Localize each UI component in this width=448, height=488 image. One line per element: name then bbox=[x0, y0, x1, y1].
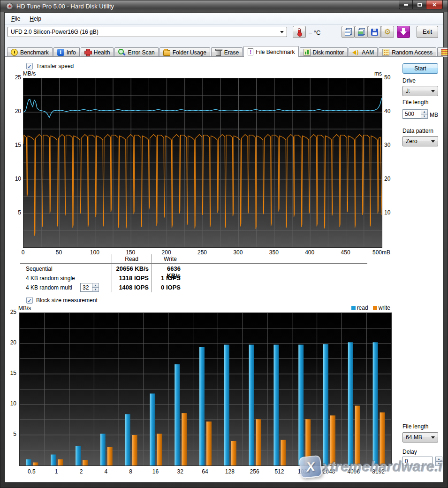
toolbar: UFD 2.0 Silicon-Power16G (16 gB) – °C Ex… bbox=[5, 25, 443, 45]
tab-disk-monitor[interactable]: Disk monitor bbox=[300, 47, 348, 57]
tab-random-access[interactable]: Random Access bbox=[379, 47, 436, 57]
tab-label: Benchmark bbox=[20, 49, 49, 56]
thermometer-icon bbox=[298, 28, 301, 36]
temperature-button[interactable] bbox=[293, 26, 306, 38]
chart2-y-tick: 10 bbox=[5, 400, 16, 407]
chart2-x-tick: 128 bbox=[216, 468, 244, 475]
tab-label: File Benchmark bbox=[256, 49, 295, 55]
tab-benchmark[interactable]: Benchmark bbox=[7, 47, 53, 57]
tab-extra-tests[interactable]: Extra tests bbox=[437, 47, 448, 57]
delay-input[interactable] bbox=[402, 457, 433, 466]
chevron-down-icon bbox=[431, 436, 435, 439]
file-length-input[interactable] bbox=[402, 109, 421, 119]
spin-down-icon[interactable]: ▼ bbox=[435, 461, 442, 466]
tab-erase[interactable]: Erase bbox=[211, 47, 243, 57]
chart1-left-unit: MB/s bbox=[23, 70, 36, 77]
file-length-spin-arrows: ▲ ▼ bbox=[421, 109, 428, 119]
tab-health[interactable]: Health bbox=[81, 47, 114, 57]
exit-button[interactable]: Exit bbox=[417, 26, 438, 38]
file-length-unit: MB bbox=[430, 112, 438, 118]
chart2-x-tick: 8 bbox=[117, 468, 145, 475]
file-length-spinner: ▲ ▼ bbox=[402, 109, 428, 119]
results-header-write: Write bbox=[152, 256, 189, 262]
chevron-down-icon bbox=[431, 90, 435, 92]
drive-selector-value: J: bbox=[406, 88, 410, 94]
menu-item-file[interactable]: File bbox=[7, 14, 25, 24]
tab-label: Erase bbox=[224, 49, 239, 56]
chart2-x-tick: 1 bbox=[42, 468, 70, 475]
copy-text-button[interactable] bbox=[342, 26, 355, 38]
transfer-speed-chart bbox=[23, 78, 382, 248]
maximize-button[interactable] bbox=[413, 0, 426, 9]
delay-spin-arrows: ▲ ▼ bbox=[435, 457, 442, 466]
chart2-x-tick: 512 bbox=[265, 468, 293, 475]
results-read-value: 1408 IOPS bbox=[112, 284, 149, 291]
block-size-label: Block size measurement bbox=[36, 297, 98, 304]
chart1-x-tick: 150 bbox=[116, 249, 144, 256]
chart1-x-tick: 50 bbox=[45, 249, 73, 256]
chart2-y-tick: 25 bbox=[5, 309, 16, 315]
chart2-legend: readwrite bbox=[347, 305, 390, 311]
options-gear-icon: ⚙ bbox=[384, 28, 391, 36]
file-benchmark-page: ✓ Transfer speed MB/s ms Start Drive J: … bbox=[5, 56, 443, 482]
chart1-x-tick: 400 bbox=[296, 249, 324, 256]
spin-down-icon[interactable]: ▼ bbox=[421, 114, 428, 119]
error-scan-icon bbox=[118, 49, 125, 56]
tabbar: BenchmarkInfoHealthError ScanFolder Usag… bbox=[5, 46, 443, 57]
copy-image-icon bbox=[357, 28, 365, 36]
tab-folder-usage[interactable]: Folder Usage bbox=[159, 47, 210, 57]
chart1-y-tick-left: 10 bbox=[6, 175, 21, 182]
device-selector[interactable]: UFD 2.0 Silicon-Power16G (16 gB) bbox=[8, 27, 287, 37]
results-write-value: 0 IOPS bbox=[152, 284, 181, 291]
tab-error-scan[interactable]: Error Scan bbox=[114, 47, 158, 57]
chart2-x-tick: 4096 bbox=[340, 468, 368, 475]
random-access-icon bbox=[382, 49, 389, 56]
chart1-x-tick: 300 bbox=[224, 249, 252, 256]
tab-file-benchmark[interactable]: File Benchmark bbox=[243, 46, 298, 57]
close-button[interactable]: ✕ bbox=[426, 0, 443, 9]
download-button[interactable] bbox=[397, 26, 410, 38]
tab-label: Health bbox=[94, 49, 110, 56]
tab-label: Info bbox=[67, 49, 76, 56]
save-button[interactable] bbox=[368, 26, 381, 38]
queue-depth-arrows: ▲▼ bbox=[92, 283, 99, 292]
menubar: FileHelp bbox=[5, 13, 443, 25]
file-length2-value: 64 MB bbox=[406, 434, 422, 441]
file-length2-selector[interactable]: 64 MB bbox=[402, 432, 438, 442]
chart1-x-tick: 0 bbox=[9, 249, 37, 256]
tab-aam[interactable]: AAM bbox=[349, 47, 378, 57]
data-pattern-selector[interactable]: Zero bbox=[402, 136, 438, 146]
chart1-y-tick-right: 10 bbox=[384, 209, 390, 216]
app-window: HD Tune Pro 5.00 - Hard Disk Utility ✕ F… bbox=[0, 0, 448, 488]
block-size-chart bbox=[19, 313, 392, 466]
chart1-y-tick-right: 50 bbox=[384, 74, 390, 81]
chart2-x-tick: 8192 bbox=[364, 468, 393, 475]
info-icon bbox=[57, 49, 64, 56]
transfer-speed-checkbox[interactable]: ✓ bbox=[26, 63, 33, 69]
chart1-x-tick: 350 bbox=[260, 249, 288, 256]
window-title: HD Tune Pro 5.00 - Hard Disk Utility bbox=[16, 3, 114, 10]
chart1-y-tick-right: 20 bbox=[384, 175, 390, 182]
options-button[interactable]: ⚙ bbox=[381, 26, 394, 38]
device-selector-value: UFD 2.0 Silicon-Power16G (16 gB) bbox=[11, 29, 99, 35]
spin-down-icon[interactable]: ▼ bbox=[92, 287, 99, 292]
file-benchmark-icon bbox=[248, 48, 253, 55]
results-write-value: 1 IOPS bbox=[152, 274, 181, 282]
client-area: FileHelp UFD 2.0 Silicon-Power16G (16 gB… bbox=[4, 12, 444, 483]
disk-monitor-icon bbox=[304, 49, 311, 56]
data-pattern-label: Data pattern bbox=[402, 128, 433, 134]
tab-label: Folder Usage bbox=[173, 49, 206, 56]
drive-selector[interactable]: J: bbox=[402, 86, 438, 96]
queue-depth-spinner: ▲▼ bbox=[80, 283, 99, 292]
minimize-button[interactable] bbox=[399, 0, 413, 9]
copy-image-button[interactable] bbox=[355, 26, 368, 38]
chart2-y-tick: 20 bbox=[5, 339, 16, 346]
titlebar[interactable]: HD Tune Pro 5.00 - Hard Disk Utility ✕ bbox=[0, 0, 448, 12]
tab-info[interactable]: Info bbox=[53, 47, 80, 57]
queue-depth-input[interactable] bbox=[80, 283, 92, 292]
start-button[interactable]: Start bbox=[402, 63, 438, 74]
window-controls: ✕ bbox=[399, 0, 443, 9]
chart1-y-tick-left: 25 bbox=[6, 74, 21, 81]
block-size-checkbox[interactable]: ✓ bbox=[26, 297, 33, 304]
menu-item-help[interactable]: Help bbox=[25, 14, 46, 24]
